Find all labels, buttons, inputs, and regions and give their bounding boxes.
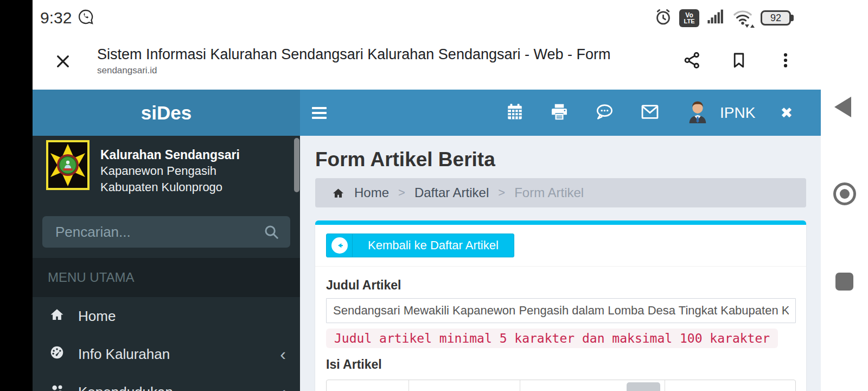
breadcrumb-separator: > [398, 186, 405, 200]
isi-artikel-label: Isi Artikel [326, 357, 796, 372]
fullscreen-close-icon[interactable]: ✖ [780, 104, 793, 122]
clock-time: 9:32 [40, 9, 72, 27]
menu-header: MENU UTAMA [33, 258, 300, 297]
signal-strength-icon [706, 9, 725, 27]
avatar [685, 99, 710, 127]
arrow-left-circle-icon [331, 237, 348, 254]
breadcrumb-separator: > [498, 186, 505, 200]
alarm-icon [654, 8, 672, 28]
phone-screen: 9:32 VoLTE [33, 0, 821, 391]
search-input[interactable] [42, 216, 290, 248]
breadcrumb-daftar-artikel[interactable]: Daftar Artikel [414, 185, 489, 200]
search-icon[interactable] [263, 224, 279, 242]
org-regency: Kabupaten Kulonprogo [100, 179, 240, 195]
share-icon[interactable] [683, 51, 701, 72]
android-back-icon[interactable] [834, 97, 851, 117]
judul-validation-message: Judul artikel minimal 5 karakter dan mak… [326, 329, 778, 348]
sidebar-toggle-icon[interactable] [312, 107, 327, 119]
sidebar-item-label: Info Kalurahan [78, 346, 170, 363]
display-cutout-strip [0, 0, 33, 391]
page-title-browser: Sistem Informasi Kalurahan Sendangsari K… [97, 46, 610, 63]
sidebar-item-label: Home [78, 308, 116, 325]
calendar-icon[interactable] [505, 102, 525, 124]
panel-divider [315, 266, 806, 267]
whatsapp-notification-icon [77, 8, 94, 28]
chevron-left-icon: ‹ [280, 383, 286, 391]
sidebar-item-info-kalurahan[interactable]: Info Kalurahan ‹ [33, 335, 300, 373]
close-tab-icon[interactable] [54, 53, 72, 70]
breadcrumb-home[interactable]: Home [354, 185, 389, 200]
comments-icon[interactable] [594, 102, 615, 124]
sidebar-item-label: Kependudukan [78, 384, 173, 391]
content-area: Form Artikel Berita Home > Daftar Artike… [300, 136, 821, 391]
sidebar-item-kependudukan[interactable]: Kependudukan ‹ [33, 373, 300, 391]
android-recents-icon[interactable] [835, 273, 853, 291]
sidebar-scrollbar[interactable] [294, 138, 299, 192]
judul-artikel-label: Judul Artikel [326, 278, 796, 293]
print-icon[interactable] [550, 102, 569, 124]
org-district: Kapanewon Pengasih [100, 163, 240, 179]
bookmark-icon[interactable] [730, 51, 748, 72]
chevron-left-icon: ‹ [280, 345, 286, 363]
back-to-list-button[interactable]: Kembali ke Daftar Artikel [326, 234, 514, 257]
status-bar: 9:32 VoLTE [33, 0, 821, 33]
battery-indicator: 92 [761, 10, 794, 26]
breadcrumb: Home > Daftar Artikel > Form Artikel [315, 178, 806, 207]
android-nav-bar [821, 0, 868, 391]
sidebar-item-home[interactable]: Home [33, 297, 300, 335]
breadcrumb-current: Form Artikel [514, 185, 584, 200]
browser-bar: Sistem Informasi Kalurahan Sendangsari K… [33, 33, 821, 90]
app-navbar: siDes [33, 90, 821, 136]
village-emblem-logo [46, 140, 90, 190]
dashboard-icon [49, 344, 65, 364]
user-menu[interactable]: IPNK [685, 99, 755, 127]
page-url: sendangsari.id [97, 65, 610, 76]
editor-toolbar [326, 380, 796, 391]
editor-toolbar-button[interactable] [627, 382, 660, 391]
overflow-menu-icon[interactable] [776, 51, 795, 72]
home-icon [331, 186, 345, 200]
volte-badge: VoLTE [679, 9, 699, 27]
back-button-label: Kembali ke Daftar Artikel [353, 234, 514, 257]
org-panel: Kalurahan Sendangsari Kapanewon Pengasih… [33, 136, 300, 195]
sidebar: Kalurahan Sendangsari Kapanewon Pengasih… [33, 136, 300, 391]
wifi-icon [732, 8, 754, 28]
form-panel: Kembali ke Daftar Artikel Judul Artikel … [315, 220, 806, 391]
android-home-icon[interactable] [833, 182, 856, 205]
battery-percent: 92 [770, 12, 781, 24]
brand-logo[interactable]: siDes [33, 90, 300, 136]
org-name: Kalurahan Sendangsari [100, 147, 240, 163]
home-icon [49, 306, 65, 326]
webview: siDes [33, 90, 821, 391]
username-label: IPNK [720, 104, 755, 122]
users-icon [49, 382, 65, 391]
judul-artikel-input[interactable] [326, 298, 796, 323]
page-heading: Form Artikel Berita [315, 148, 806, 172]
mail-icon[interactable] [640, 102, 660, 124]
